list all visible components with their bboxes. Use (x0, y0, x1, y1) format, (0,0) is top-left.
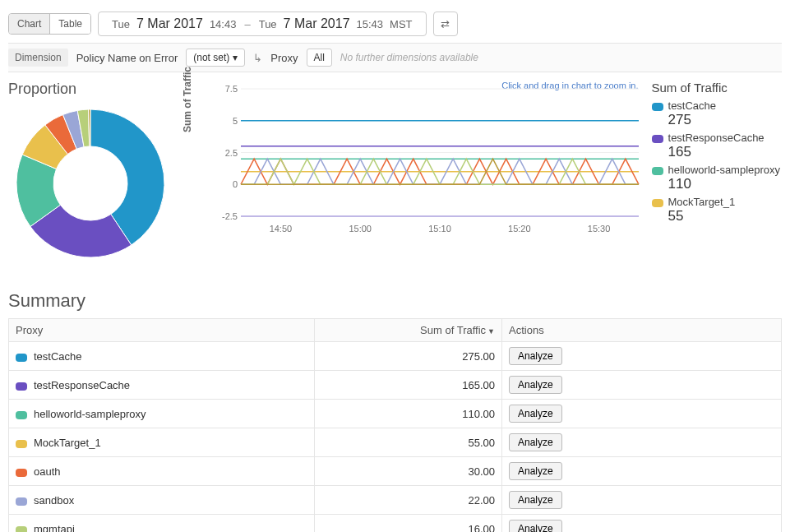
legend-name: testResponseCache (668, 132, 765, 144)
refresh-button[interactable]: ⇄ (433, 12, 458, 36)
proxy-name: MockTarget_1 (34, 437, 101, 449)
analyze-button[interactable]: Analyze (509, 433, 562, 451)
legend-value: 55 (668, 208, 782, 224)
summary-heading: Summary (8, 290, 782, 312)
analyze-button[interactable]: Analyze (509, 462, 562, 480)
row-swatch (16, 382, 27, 391)
proxy-name: oauth (34, 465, 61, 478)
proportion-panel: Proportion (8, 81, 175, 266)
col-traffic[interactable]: Sum of Traffic▼ (314, 319, 501, 342)
from-date: 7 Mar 2017 (136, 16, 203, 31)
from-time: 14:43 (210, 18, 237, 30)
refresh-icon: ⇄ (441, 18, 450, 30)
x-tick: 14:50 (269, 224, 292, 234)
legend-name: MockTarget_1 (668, 196, 736, 208)
x-tick: 15:30 (587, 224, 610, 234)
line-chart-panel: Click and drag in chart to zoom in. Sum … (183, 81, 644, 237)
row-swatch (16, 526, 27, 532)
summary-header-row: Proxy Sum of Traffic▼ Actions (9, 319, 782, 342)
all-pill[interactable]: All (307, 49, 332, 67)
table-row: MockTarget_155.00Analyze (9, 428, 782, 457)
x-tick: 15:10 (428, 224, 451, 234)
col-actions: Actions (502, 319, 782, 342)
table-row: helloworld-sampleproxy110.00Analyze (9, 400, 782, 428)
proportion-donut-chart[interactable] (8, 101, 173, 266)
range-separator: – (244, 18, 250, 30)
y-tick: -2.5 (222, 211, 238, 221)
view-toggle: Chart Table (8, 13, 91, 35)
legend-item[interactable]: helloworld-sampleproxy (652, 164, 782, 176)
col-proxy[interactable]: Proxy (9, 319, 315, 342)
analyze-button[interactable]: Analyze (509, 347, 562, 365)
traffic-value: 30.00 (314, 457, 501, 486)
traffic-value: 275.00 (314, 342, 501, 371)
legend-swatch (652, 167, 663, 175)
proxy-name: testResponseCache (34, 379, 130, 391)
analyze-button[interactable]: Analyze (509, 491, 562, 509)
dimension-bar: Dimension Policy Name on Error (not set)… (8, 43, 782, 72)
top-toolbar: Chart Table Tue 7 Mar 2017 14:43 – Tue 7… (8, 8, 782, 43)
table-row: sandbox22.00Analyze (9, 486, 782, 515)
table-row: mgmtapi16.00Analyze (9, 515, 782, 533)
row-swatch (16, 440, 27, 448)
date-range-picker[interactable]: Tue 7 Mar 2017 14:43 – Tue 7 Mar 2017 15… (98, 12, 427, 36)
summary-table: Proxy Sum of Traffic▼ Actions testCache2… (8, 318, 782, 532)
legend-item[interactable]: testResponseCache (652, 132, 782, 144)
traffic-line-chart[interactable]: -2.502.557.514:5015:0015:1015:2015:30 (216, 81, 644, 237)
y-tick: 5 (232, 116, 237, 126)
breadcrumb-proxy: Proxy (270, 52, 298, 64)
view-table-button[interactable]: Table (49, 14, 90, 34)
analyze-button[interactable]: Analyze (509, 376, 562, 394)
traffic-value: 55.00 (314, 428, 501, 457)
legend-swatch (652, 135, 663, 143)
legend-panel: Sum of Traffic testCache275testResponseC… (652, 81, 782, 228)
traffic-value: 110.00 (314, 400, 501, 428)
traffic-value: 22.00 (314, 486, 501, 515)
proxy-name: testCache (34, 350, 82, 363)
table-row: testCache275.00Analyze (9, 342, 782, 371)
legend-value: 165 (668, 144, 782, 160)
to-day: Tue (259, 18, 277, 30)
to-date: 7 Mar 2017 (284, 16, 350, 31)
legend-name: testCache (668, 99, 717, 112)
from-day: Tue (112, 18, 130, 30)
proxy-name: mgmtapi (34, 523, 75, 533)
y-axis-label: Sum of Traffic (182, 67, 193, 132)
dimension-label: Dimension (8, 49, 68, 67)
dimension-hint: No further dimensions available (340, 52, 478, 63)
caret-down-icon: ▾ (233, 52, 238, 63)
table-row: oauth30.00Analyze (9, 457, 782, 486)
y-tick: 2.5 (224, 148, 237, 158)
legend-name: helloworld-sampleproxy (668, 164, 781, 176)
row-swatch (16, 354, 27, 362)
y-tick: 0 (232, 179, 237, 189)
proxy-name: helloworld-sampleproxy (34, 408, 146, 420)
x-tick: 15:20 (508, 224, 531, 234)
legend-swatch (652, 103, 663, 111)
charts-row: Proportion Click and drag in chart to zo… (8, 81, 782, 266)
row-swatch (16, 497, 27, 506)
proxy-name: sandbox (34, 494, 74, 507)
breadcrumb-arrow-icon: ↳ (253, 52, 262, 64)
legend-title: Sum of Traffic (652, 81, 782, 95)
traffic-value: 165.00 (314, 371, 501, 400)
legend-swatch (652, 199, 663, 207)
legend-value: 275 (668, 112, 782, 128)
x-tick: 15:00 (349, 224, 372, 234)
analyze-button[interactable]: Analyze (509, 520, 562, 532)
legend-item[interactable]: testCache (652, 99, 782, 112)
dimension-value-dropdown[interactable]: (not set) ▾ (186, 49, 245, 67)
row-swatch (16, 469, 27, 477)
sort-desc-icon: ▼ (487, 327, 495, 335)
traffic-value: 16.00 (314, 515, 501, 533)
proportion-title: Proportion (8, 81, 175, 98)
timezone: MST (390, 18, 412, 30)
legend-value: 110 (668, 176, 782, 192)
analyze-button[interactable]: Analyze (509, 405, 562, 423)
row-swatch (16, 411, 27, 419)
dimension-name: Policy Name on Error (76, 52, 178, 64)
legend-item[interactable]: MockTarget_1 (652, 196, 782, 208)
to-time: 15:43 (357, 18, 384, 30)
y-tick: 7.5 (224, 84, 237, 94)
view-chart-button[interactable]: Chart (9, 14, 49, 34)
